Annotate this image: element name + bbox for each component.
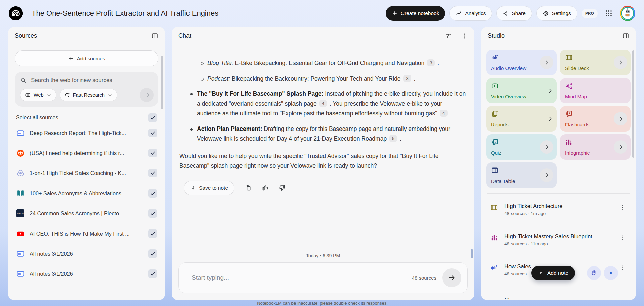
search-input[interactable] <box>31 77 154 84</box>
source-checkbox[interactable] <box>148 269 157 278</box>
book-source-icon <box>16 189 25 198</box>
citation-chip[interactable]: 3 <box>403 75 411 82</box>
source-checkbox[interactable] <box>148 189 157 198</box>
add-note-button[interactable]: Add note <box>531 266 575 280</box>
source-row[interactable]: 100+ Sales Acronyms & Abbreviations... <box>15 183 158 203</box>
source-title: Deep Research Report: The High-Tick... <box>30 130 144 136</box>
chevron-down-icon <box>107 92 113 98</box>
chat-paragraph: Would you like me to help you write the … <box>179 151 468 171</box>
source-row[interactable]: m+ All notes 3/1/2026 <box>15 264 158 284</box>
sources-count: 48 sources <box>412 275 436 281</box>
thumbs-down-icon[interactable] <box>279 184 286 191</box>
settings-button[interactable]: Settings <box>536 6 577 21</box>
apps-grid-icon[interactable] <box>602 7 615 20</box>
notebooklm-logo[interactable] <box>9 6 23 20</box>
search-submit-button[interactable] <box>140 88 154 102</box>
chat-settings-icon[interactable] <box>445 32 452 39</box>
mplus-source-icon: m+ <box>16 129 25 137</box>
chat-panel: Chat Blog Title: E-Bike Bikepacking: Ess… <box>172 27 474 300</box>
search-sparkle-icon <box>64 92 70 98</box>
chevron-right-icon[interactable] <box>547 88 553 94</box>
tile-slide-deck[interactable]: Slide Deck <box>560 50 631 75</box>
note-menu-icon[interactable] <box>618 233 628 242</box>
chat-input[interactable] <box>192 274 408 282</box>
tile-audio-overview[interactable]: Audio Overview <box>486 50 557 75</box>
citation-chip[interactable]: 5 <box>389 135 397 142</box>
note-title: … <box>504 294 619 300</box>
send-button[interactable] <box>442 268 461 287</box>
research-mode-chip[interactable]: Fast Research <box>60 89 117 101</box>
source-row[interactable]: m+ All notes 3/1/2026 <box>15 244 158 264</box>
add-sources-button[interactable]: Add sources <box>15 50 158 66</box>
tile-mind-map[interactable]: Mind Map <box>560 78 631 103</box>
chevron-right-icon[interactable] <box>540 140 553 154</box>
select-all-checkbox[interactable] <box>148 113 157 122</box>
note-menu-icon[interactable] <box>624 294 628 296</box>
note-row[interactable]: … <box>488 288 630 300</box>
chevron-right-icon[interactable] <box>540 56 553 69</box>
avatar[interactable] <box>620 6 635 21</box>
note-row[interactable]: High Ticket Architecture 48 sources · 1m… <box>488 198 630 228</box>
share-button[interactable]: Share <box>496 6 532 21</box>
citation-chip[interactable]: 4 <box>440 110 447 117</box>
svg-text:PLECTO: PLECTO <box>17 213 24 214</box>
select-all-label: Select all sources <box>16 115 58 121</box>
tile-infographic[interactable]: Infographic <box>560 134 631 160</box>
thumbs-up-icon[interactable] <box>262 184 269 191</box>
chat-input-bar: 48 sources <box>178 262 468 293</box>
create-notebook-button[interactable]: Create notebook <box>386 6 445 21</box>
note-list: High Ticket Architecture 48 sources · 1m… <box>486 194 631 300</box>
chat-bullet: Podcast: Bikepacking the Backcountry: Po… <box>179 74 468 84</box>
note-meta: 48 sources · 11m ago <box>504 241 612 246</box>
tile-flashcards[interactable]: Flashcards <box>560 106 631 132</box>
source-row[interactable]: AI CEO: THIS is How I'd Make My First ..… <box>15 223 158 244</box>
analytics-button[interactable]: Analytics <box>449 6 492 21</box>
collapse-panel-icon[interactable] <box>151 32 158 39</box>
hand-wave-icon <box>591 270 597 276</box>
mindmap-icon <box>565 82 626 90</box>
source-title: 1-on-1 High Ticket Sales Coaching - K... <box>30 170 144 176</box>
source-row[interactable]: PLECTO 24 Common Sales Acronyms | Plecto <box>15 203 158 223</box>
source-row[interactable]: m+ Deep Research Report: The High-Tick..… <box>15 123 158 143</box>
source-checkbox[interactable] <box>148 249 157 258</box>
sources-scrollbar[interactable] <box>161 56 163 109</box>
citation-chip[interactable]: 4 <box>319 100 327 107</box>
studio-scrollbar[interactable] <box>632 50 634 158</box>
interactive-mode-button[interactable] <box>587 266 601 280</box>
svg-text:m+: m+ <box>18 131 23 135</box>
reddit-source-icon <box>16 149 25 157</box>
note-menu-icon[interactable] <box>618 263 628 272</box>
tile-quiz[interactable]: ? Quiz <box>486 134 557 160</box>
citation-chip[interactable]: 3 <box>427 59 435 66</box>
collapse-panel-icon[interactable] <box>622 32 629 39</box>
chevron-right-icon[interactable] <box>614 56 627 69</box>
source-checkbox[interactable] <box>148 149 157 157</box>
pro-badge: PRO <box>582 9 598 18</box>
source-checkbox[interactable] <box>148 229 157 238</box>
note-menu-icon[interactable] <box>618 203 628 212</box>
note-row[interactable]: High-Ticket Mastery Sales Blueprint 48 s… <box>488 228 630 258</box>
source-checkbox[interactable] <box>148 209 157 218</box>
source-checkbox[interactable] <box>148 169 157 177</box>
source-checkbox[interactable] <box>148 129 157 137</box>
source-row[interactable]: 1-on-1 High Ticket Sales Coaching - K... <box>15 163 158 183</box>
chevron-right-icon[interactable] <box>614 140 627 154</box>
video-icon <box>491 82 552 90</box>
source-list: m+ Deep Research Report: The High-Tick..… <box>15 123 158 284</box>
copy-icon[interactable] <box>245 184 252 191</box>
source-row[interactable]: (USA) I need help determining if this r.… <box>15 143 158 163</box>
sources-panel-title: Sources <box>15 32 37 39</box>
chevron-right-icon[interactable] <box>614 112 627 125</box>
tile-data-table[interactable]: Data Table <box>486 162 557 188</box>
play-button[interactable] <box>604 266 618 280</box>
chat-scrollbar[interactable] <box>471 249 473 258</box>
chevron-right-icon[interactable] <box>540 168 553 182</box>
chat-menu-icon[interactable] <box>461 33 468 39</box>
tile-video-overview[interactable]: Video Overview <box>486 78 557 103</box>
chevron-right-icon[interactable] <box>547 116 553 122</box>
source-title: All notes 3/1/2026 <box>30 251 144 257</box>
web-filter-chip[interactable]: Web <box>20 89 56 101</box>
pin-icon <box>190 185 196 191</box>
save-to-note-button[interactable]: Save to note <box>184 181 234 195</box>
tile-reports[interactable]: Reports <box>486 106 557 132</box>
